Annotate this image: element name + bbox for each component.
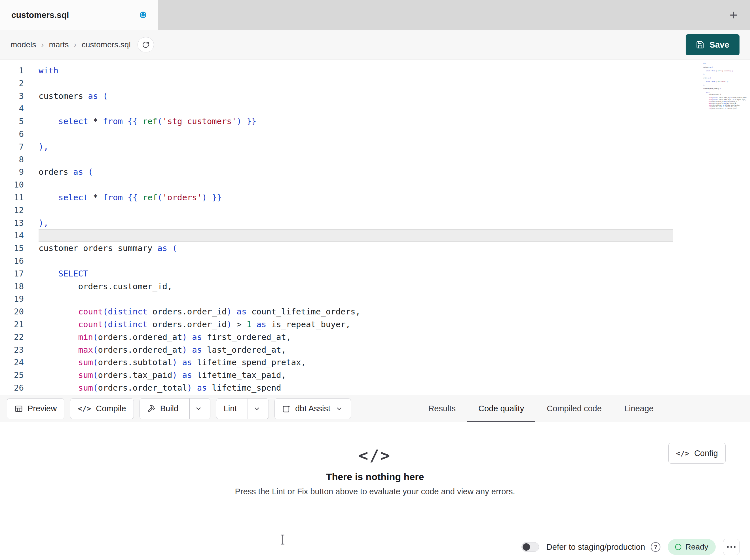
defer-toggle[interactable] [521, 542, 539, 552]
code-text: min(orders.ordered_at) as first_ordered_… [39, 331, 673, 344]
build-split-divider [189, 398, 190, 419]
line-number: 7 [0, 141, 24, 153]
code-line[interactable]: 15customer_orders_summary as ( [0, 242, 750, 255]
code-line[interactable]: 3customers as ( [0, 90, 750, 103]
code-line[interactable]: 22 min(orders.ordered_at) as first_order… [0, 331, 750, 344]
dbt-assist-button-label: dbt Assist [295, 404, 330, 413]
new-tab-button[interactable]: + [725, 6, 743, 24]
lint-button-label: Lint [224, 404, 237, 413]
minimap-line: sum(orders.order_total) as lifetime_spen… [703, 108, 747, 110]
code-icon: </> [78, 405, 91, 413]
lint-button[interactable]: Lint [216, 398, 269, 419]
tab-customers-sql[interactable]: customers.sql [0, 0, 158, 30]
compile-button[interactable]: </> Compile [70, 398, 134, 419]
dbt-assist-chevron-icon[interactable] [335, 405, 343, 412]
line-number: 11 [0, 191, 24, 204]
line-number: 23 [0, 344, 24, 356]
save-button[interactable]: Save [686, 34, 739, 55]
code-icon: </> [676, 449, 690, 457]
code-text: select * from {{ ref('orders') }} [39, 191, 673, 204]
breadcrumb-item[interactable]: customers.sql [82, 40, 131, 49]
code-text: sum(orders.tax_paid) as lifetime_tax_pai… [39, 369, 673, 381]
help-icon[interactable]: ? [651, 542, 660, 552]
code-line[interactable]: 23 max(orders.ordered_at) as last_ordere… [0, 344, 750, 356]
code-text: count(distinct orders.order_id) as count… [39, 305, 673, 318]
lint-options-chevron-icon[interactable] [253, 405, 261, 412]
code-line[interactable]: 17 SELECT [0, 267, 750, 280]
line-number: 14 [0, 229, 24, 242]
panel-tab-results[interactable]: Results [417, 395, 467, 422]
code-line[interactable]: 7), [0, 141, 750, 153]
line-number: 13 [0, 217, 24, 229]
code-text: ), [39, 141, 673, 153]
code-line[interactable]: 13), [0, 217, 750, 229]
breadcrumb-item[interactable]: models [11, 40, 36, 49]
line-number: 1 [0, 64, 24, 77]
line-number: 19 [0, 293, 24, 305]
panel-tab-lineage[interactable]: Lineage [613, 395, 665, 422]
code-text [39, 128, 673, 141]
empty-state-subtitle: Press the Lint or Fix button above to ev… [235, 487, 515, 496]
code-line[interactable]: 14 [0, 229, 750, 242]
build-button-label: Build [160, 404, 179, 413]
status-badge-label: Ready [685, 542, 708, 552]
panel-tab-code-quality[interactable]: Code quality [467, 395, 535, 422]
compile-button-label: Compile [96, 404, 126, 413]
code-line[interactable]: 12 [0, 204, 750, 217]
code-line[interactable]: 1with [0, 64, 750, 77]
breadcrumb-item[interactable]: marts [49, 40, 69, 49]
empty-state: </> There is nothing here Press the Lint… [0, 422, 750, 496]
tab-title: customers.sql [11, 10, 69, 20]
line-number: 17 [0, 267, 24, 280]
line-number: 18 [0, 280, 24, 293]
code-glyph-icon: </> [358, 446, 391, 464]
code-editor[interactable]: 1with23customers as (45 select * from {{… [0, 60, 750, 395]
minimap[interactable]: withcustomers as ( select * from {{ ref(… [703, 63, 747, 110]
config-button[interactable]: </> Config [668, 443, 726, 464]
preview-button-label: Preview [27, 404, 57, 413]
line-number: 25 [0, 369, 24, 381]
build-button[interactable]: Build [139, 398, 211, 419]
line-number: 8 [0, 153, 24, 166]
code-text: max(orders.ordered_at) as last_ordered_a… [39, 344, 673, 356]
file-options-button[interactable] [138, 37, 154, 53]
config-button-label: Config [694, 449, 718, 458]
code-line[interactable]: 25 sum(orders.tax_paid) as lifetime_tax_… [0, 369, 750, 381]
panel-tab-compiled-code[interactable]: Compiled code [535, 395, 613, 422]
code-line[interactable]: 11 select * from {{ ref('orders') }} [0, 191, 750, 204]
code-text: SELECT [39, 267, 673, 280]
code-text: count(distinct orders.order_id) > 1 as i… [39, 318, 673, 331]
editor-toolbar: Preview </> Compile Build Lint [0, 395, 750, 422]
code-line[interactable]: 19 [0, 293, 750, 305]
code-line[interactable]: 20 count(distinct orders.order_id) as co… [0, 305, 750, 318]
line-number: 10 [0, 179, 24, 191]
code-line[interactable]: 6 [0, 128, 750, 141]
code-text [39, 293, 673, 305]
line-number: 4 [0, 102, 24, 115]
code-line[interactable]: 10 [0, 179, 750, 191]
code-line[interactable]: 4 [0, 102, 750, 115]
refresh-icon [142, 41, 150, 48]
code-line[interactable]: 24 sum(orders.subtotal) as lifetime_spen… [0, 356, 750, 369]
preview-button[interactable]: Preview [7, 398, 64, 419]
code-line[interactable]: 9orders as ( [0, 166, 750, 179]
text-cursor-icon [279, 534, 286, 545]
code-text [39, 255, 673, 267]
code-line[interactable]: 26 sum(orders.order_total) as lifetime_s… [0, 381, 750, 394]
code-line[interactable]: 2 [0, 77, 750, 90]
more-options-button[interactable] [723, 539, 739, 555]
code-text: ), [39, 217, 673, 229]
code-line[interactable]: 18 orders.customer_id, [0, 280, 750, 293]
ellipsis-icon [727, 546, 729, 548]
toggle-knob [522, 543, 530, 551]
code-text [39, 229, 673, 242]
code-line[interactable]: 8 [0, 153, 750, 166]
build-options-chevron-icon[interactable] [194, 405, 203, 412]
code-line[interactable]: 21 count(distinct orders.order_id) > 1 a… [0, 318, 750, 331]
status-badge[interactable]: Ready [668, 539, 716, 555]
dbt-assist-button[interactable]: dbt Assist [275, 398, 351, 419]
code-line[interactable]: 16 [0, 255, 750, 267]
code-line[interactable]: 5 select * from {{ ref('stg_customers') … [0, 115, 750, 128]
line-number: 26 [0, 381, 24, 394]
code-text: sum(orders.subtotal) as lifetime_spend_p… [39, 356, 673, 369]
